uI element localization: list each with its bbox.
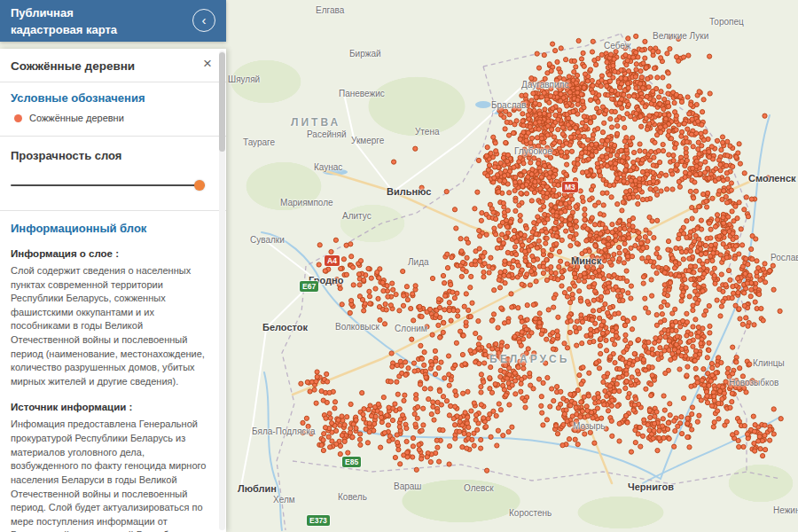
- burned-villages-dots-layer: [299, 34, 784, 473]
- layer-info-text: Слой содержит сведения о населенных пунк…: [11, 264, 210, 388]
- panel-scrollbar-thumb[interactable]: [219, 52, 225, 152]
- legend-item: Сожжённые деревни: [11, 113, 208, 123]
- collapse-panel-button[interactable]: ‹: [192, 9, 215, 32]
- source-info-text: Инфомация предоставлена Генеральной прок…: [11, 418, 210, 532]
- app-title: Публичная кадастровая карта: [11, 5, 117, 39]
- chevron-left-icon: ‹: [202, 13, 207, 27]
- source-info-label: Источник информации :: [11, 402, 210, 412]
- panel-header: Сожжённые деревни ×: [0, 49, 226, 82]
- panel-title: Сожжённые деревни: [11, 59, 135, 73]
- opacity-slider-track[interactable]: [11, 184, 205, 186]
- opacity-heading: Прозрачность слоя: [11, 149, 208, 162]
- app-header: Публичная кадастровая карта ‹: [0, 0, 226, 42]
- burned-village-dot-icon: [14, 114, 22, 122]
- close-icon[interactable]: ×: [203, 55, 212, 73]
- legend-section: Условные обозначения Сожжённые деревни: [0, 82, 226, 137]
- layer-panel: Сожжённые деревни × Условные обозначения…: [0, 49, 226, 532]
- layer-info-label: Информация о слое :: [11, 248, 210, 259]
- opacity-slider-thumb[interactable]: [194, 180, 205, 191]
- opacity-slider[interactable]: [11, 180, 205, 191]
- info-heading: Информационный блок: [11, 222, 210, 235]
- panel-scrollbar[interactable]: [219, 51, 225, 530]
- legend-item-label: Сожжённые деревни: [29, 113, 124, 123]
- opacity-section: Прозрачность слоя: [0, 137, 226, 211]
- info-section: Информационный блок Информация о слое : …: [0, 211, 226, 532]
- legend-heading: Условные обозначения: [11, 91, 208, 105]
